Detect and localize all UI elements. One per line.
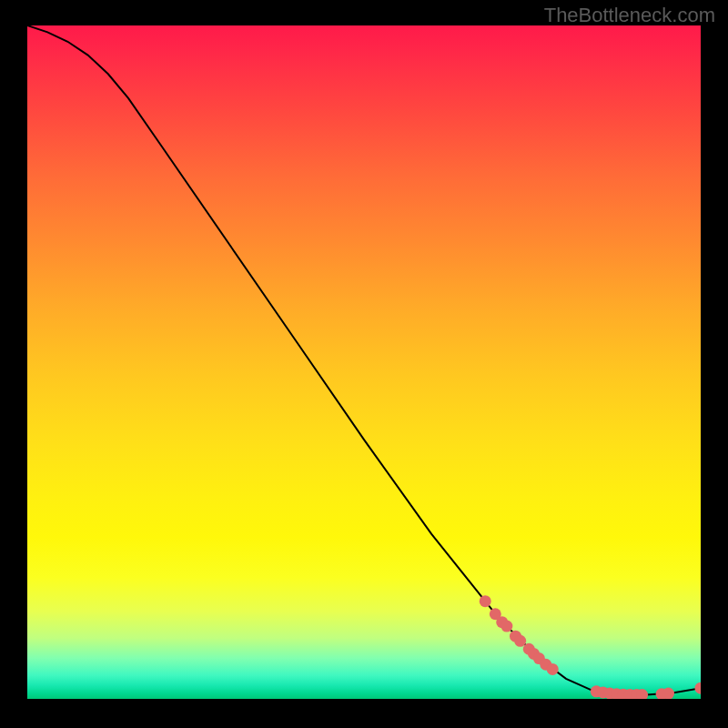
curve-line [27, 25, 701, 695]
data-point [695, 682, 702, 694]
data-points [480, 595, 701, 699]
data-point [480, 595, 491, 607]
data-point [547, 663, 559, 675]
bottleneck-curve [27, 25, 701, 695]
data-point [514, 635, 526, 647]
data-point [500, 621, 512, 632]
watermark-text: TheBottleneck.com [544, 4, 715, 27]
chart-svg [27, 25, 701, 699]
data-point [662, 688, 674, 699]
chart-plot-area [27, 25, 701, 699]
